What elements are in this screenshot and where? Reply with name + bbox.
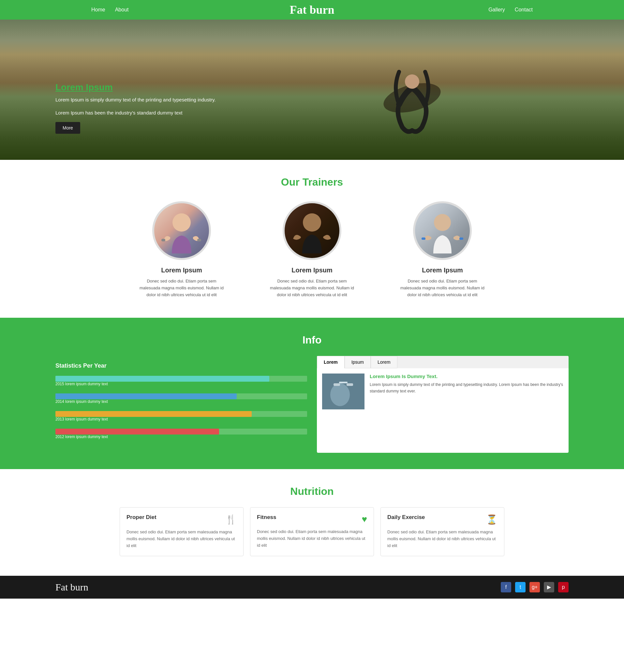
facebook-icon[interactable]: f: [501, 582, 511, 592]
nav-contact[interactable]: Contact: [515, 7, 533, 13]
stat-label-2015: 2015 lorem ipsum dummy text: [55, 382, 307, 386]
pinterest-icon[interactable]: p: [558, 582, 569, 592]
stat-bar-bg-2013: [55, 411, 307, 417]
info-content-heading: Lorem Ipsum Is Dummy Text.: [370, 374, 563, 379]
trainer-name-3: Lorem Ipsum: [397, 267, 488, 274]
stat-label-2013: 2013 lorem ipsum dummy text: [55, 417, 307, 421]
trainer-card-2: Lorem Ipsum Donec sed odio dui. Etiam po…: [266, 201, 358, 298]
stat-bar-bg-2015: [55, 376, 307, 382]
hero-overlay: Lorem Ipsum Lorem Ipsum is simply dummy …: [55, 82, 216, 134]
hero-section: Lorem Ipsum Lorem Ipsum is simply dummy …: [0, 20, 624, 160]
stat-row-2015: 2015 lorem ipsum dummy text: [55, 376, 307, 386]
site-header: Home About Fat burn Gallery Contact: [0, 0, 624, 20]
stat-bar-bg-2014: [55, 393, 307, 399]
svg-rect-13: [339, 382, 347, 383]
trainers-grid: Lorem Ipsum Donec sed odio dui. Etiam po…: [6, 201, 618, 298]
nutrition-card-3-desc: Donec sed odio dui. Etiam porta sem male…: [387, 529, 497, 549]
nutrition-card-1-header: Proper Diet 🍴: [127, 514, 237, 525]
nav-about[interactable]: About: [115, 7, 129, 13]
trainer-avatar-2: [283, 201, 341, 260]
info-grid: Statistics Per Year 2015 lorem ipsum dum…: [55, 356, 569, 453]
svg-rect-12: [346, 383, 353, 386]
trainer-name-1: Lorem Ipsum: [136, 267, 227, 274]
twitter-icon[interactable]: t: [515, 582, 525, 592]
info-tabs: Lorem Ipsum Lorem: [317, 356, 569, 368]
stat-bar-bg-2012: [55, 429, 307, 434]
heart-icon: ♥: [362, 514, 367, 525]
youtube-icon[interactable]: ▶: [544, 582, 554, 592]
nav-home[interactable]: Home: [91, 7, 105, 13]
nav-gallery[interactable]: Gallery: [488, 7, 505, 13]
trainer-desc-3: Donec sed odio dui. Etiam porta sem male…: [397, 278, 488, 298]
nutrition-section: Nutrition Proper Diet 🍴 Donec sed odio d…: [0, 469, 624, 575]
nutrition-card-2-desc: Donec sed odio dui. Etiam porta sem male…: [257, 528, 367, 549]
stat-row-2012: 2012 lorem ipsum dummy text: [55, 429, 307, 439]
googleplus-icon[interactable]: g+: [529, 582, 540, 592]
hero-text-1: Lorem Ipsum is simply dummy text of the …: [55, 96, 216, 104]
nutrition-card-2: Fitness ♥ Donec sed odio dui. Etiam port…: [250, 507, 374, 556]
stat-label-2014: 2014 lorem ipsum dummy text: [55, 399, 307, 404]
nutrition-card-2-header: Fitness ♥: [257, 514, 367, 525]
info-content-panel: Lorem Ipsum Lorem Lorem Ipsum Is Dummy T…: [317, 356, 569, 453]
stat-bar-fill-2014: [55, 393, 237, 399]
nutrition-title: Nutrition: [55, 486, 569, 497]
footer-social: f t g+ ▶ p: [501, 582, 569, 592]
nav-left: Home About: [91, 7, 129, 13]
svg-rect-8: [459, 238, 463, 240]
nutrition-card-1: Proper Diet 🍴 Donec sed odio dui. Etiam …: [120, 507, 243, 556]
yoga-figure: [357, 39, 468, 150]
nav-right: Gallery Contact: [488, 7, 533, 13]
info-text-block: Lorem Ipsum Is Dummy Text. Lorem Ipsum i…: [370, 374, 563, 409]
stat-bar-fill-2015: [55, 376, 269, 382]
svg-point-6: [434, 214, 451, 231]
trainer-avatar-3: [413, 201, 472, 260]
nutrition-card-1-title: Proper Diet: [127, 514, 156, 521]
nutrition-card-3-header: Daily Exercise ⏳: [387, 514, 497, 525]
nutrition-card-2-title: Fitness: [257, 514, 277, 521]
info-stats: Statistics Per Year 2015 lorem ipsum dum…: [55, 356, 307, 453]
svg-point-10: [330, 383, 350, 406]
stat-row-2014: 2014 lorem ipsum dummy text: [55, 393, 307, 404]
trainer-name-2: Lorem Ipsum: [266, 267, 358, 274]
hourglass-icon: ⏳: [486, 514, 497, 525]
info-tab-content: Lorem Ipsum Is Dummy Text. Lorem Ipsum i…: [317, 368, 569, 415]
trainer-card-3: Lorem Ipsum Donec sed odio dui. Etiam po…: [397, 201, 488, 298]
hero-text-2: Lorem Ipsum has been the industry's stan…: [55, 109, 216, 117]
trainers-title: Our Trainers: [6, 176, 618, 188]
svg-rect-7: [421, 238, 425, 240]
stat-label-2012: 2012 lorem ipsum dummy text: [55, 434, 307, 439]
info-section: Info Statistics Per Year 2015 lorem ipsu…: [0, 318, 624, 469]
svg-rect-3: [161, 239, 165, 241]
trainer-card-1: Lorem Ipsum Donec sed odio dui. Etiam po…: [136, 201, 227, 298]
nutrition-card-1-desc: Donec sed odio dui. Etiam porta sem male…: [127, 529, 237, 549]
info-title: Info: [55, 334, 569, 346]
svg-rect-11: [334, 383, 340, 386]
stat-bar-fill-2013: [55, 411, 252, 417]
nutrition-grid: Proper Diet 🍴 Donec sed odio dui. Etiam …: [55, 507, 569, 556]
info-content-image: [322, 374, 364, 409]
svg-point-1: [405, 74, 419, 89]
hero-heading: Lorem Ipsum: [55, 82, 216, 93]
fork-knife-icon: 🍴: [225, 514, 237, 525]
stat-row-2013: 2013 lorem ipsum dummy text: [55, 411, 307, 421]
trainer-avatar-1: [152, 201, 211, 260]
hero-more-button[interactable]: More: [55, 122, 80, 134]
svg-rect-4: [197, 239, 201, 241]
nutrition-card-3-title: Daily Exercise: [387, 514, 425, 521]
info-content-text: Lorem Ipsum is simply dummy text of the …: [370, 382, 563, 394]
site-footer: Fat burn f t g+ ▶ p: [0, 576, 624, 599]
trainers-section: Our Trainers Lorem Ipsum Donec sed odio …: [0, 160, 624, 318]
trainer-desc-2: Donec sed odio dui. Etiam porta sem male…: [266, 278, 358, 298]
stat-bar-fill-2012: [55, 429, 219, 434]
svg-point-5: [303, 213, 321, 232]
svg-point-2: [173, 213, 191, 232]
nutrition-card-3: Daily Exercise ⏳ Donec sed odio dui. Eti…: [381, 507, 504, 556]
info-tab-2[interactable]: Ipsum: [345, 356, 371, 368]
site-title: Fat burn: [289, 3, 334, 17]
footer-title: Fat burn: [55, 582, 88, 593]
trainer-desc-1: Donec sed odio dui. Etiam porta sem male…: [136, 278, 227, 298]
stats-title: Statistics Per Year: [55, 363, 307, 369]
info-tab-3[interactable]: Lorem: [371, 356, 397, 368]
info-tab-1[interactable]: Lorem: [317, 356, 345, 368]
